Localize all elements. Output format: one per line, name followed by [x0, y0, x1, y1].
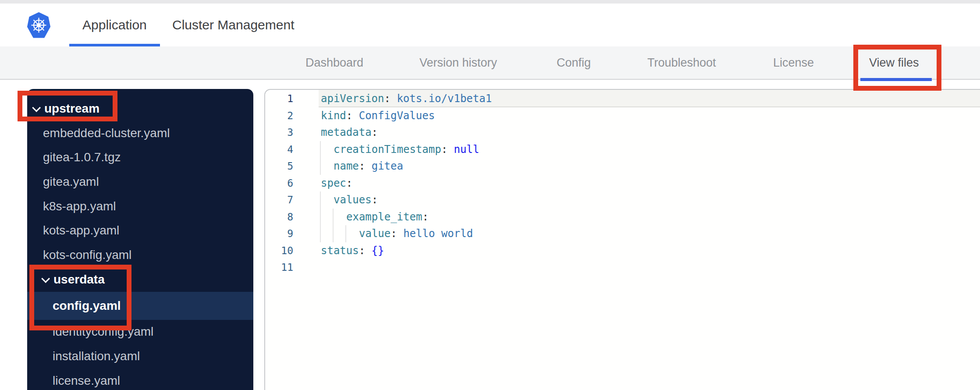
sidebar-item-upstream[interactable]: upstream [27, 96, 253, 121]
token-punc: : [346, 110, 359, 122]
token-punc: : [359, 160, 372, 172]
code-text: name: gitea [321, 158, 403, 175]
code-line-6: 6spec: [265, 175, 980, 192]
tab-cluster-management[interactable]: Cluster Management [172, 4, 294, 46]
file-content-editor[interactable]: 1apiVersion: kots.io/v1beta12kind: Confi… [264, 89, 980, 390]
code-text: values: [321, 191, 378, 209]
sidebar-item-installation-yaml[interactable]: installation.yaml [27, 344, 253, 369]
code-text: apiVersion: kots.io/v1beta1 [321, 90, 492, 107]
token-key: metadata [321, 126, 372, 138]
token-key: value [359, 227, 391, 240]
token-key: values [334, 194, 372, 206]
file-label: identityconfig.yaml [53, 325, 153, 339]
code-text: metadata: [321, 124, 378, 141]
yaml-code-view: 1apiVersion: kots.io/v1beta12kind: Confi… [265, 90, 980, 390]
sidebar-item-gitea-1-0-7-tgz[interactable]: gitea-1.0.7.tgz [27, 145, 253, 170]
kubernetes-logo-icon [27, 12, 50, 39]
line-number: 10 [265, 242, 293, 259]
line-number: 8 [265, 209, 293, 226]
token-key: spec [321, 177, 346, 189]
view-files-active-underline [860, 78, 932, 81]
sidebar-item-config-yaml[interactable]: config.yaml [27, 292, 253, 320]
folder-label: upstream [44, 102, 99, 116]
file-label: embedded-cluster.yaml [43, 126, 170, 140]
token-key: status [321, 245, 359, 257]
token-val: kots.io/v1beta1 [397, 92, 492, 105]
token-punc: : [422, 211, 428, 223]
tab-dashboard[interactable]: Dashboard [305, 46, 363, 79]
token-key: example_item [346, 211, 422, 223]
line-number: 3 [265, 124, 293, 141]
token-key: apiVersion [321, 92, 384, 105]
file-label: kots-config.yaml [43, 248, 131, 262]
token-punc: : [384, 92, 397, 105]
token-val: gitea [372, 160, 403, 172]
file-label: kots-app.yaml [43, 223, 119, 238]
code-text: value: hello world [321, 225, 473, 242]
token-punc: : [359, 245, 372, 257]
code-line-2: 2kind: ConfigValues [265, 107, 980, 124]
code-text: spec: [321, 175, 352, 192]
token-punc: : [346, 177, 352, 189]
browser-chrome-strip [0, 0, 980, 4]
token-punc: : [441, 143, 454, 156]
sidebar-item-license-yaml[interactable]: license.yaml [27, 369, 253, 390]
token-key: kind [321, 110, 346, 122]
line-number: 5 [265, 158, 293, 175]
file-label: installation.yaml [53, 349, 140, 363]
token-punc: : [391, 227, 403, 240]
tab-version-history[interactable]: Version history [419, 46, 497, 79]
line-number: 7 [265, 191, 293, 209]
file-label: gitea-1.0.7.tgz [43, 150, 121, 164]
sidebar-item-k8s-app-yaml[interactable]: k8s-app.yaml [27, 194, 253, 219]
line-number: 2 [265, 107, 293, 124]
file-label: config.yaml [53, 299, 121, 313]
token-kw: {} [372, 245, 384, 257]
tab-license[interactable]: License [773, 46, 814, 79]
sidebar-item-userdata[interactable]: userdata [27, 267, 253, 292]
code-line-5: 5name: gitea [265, 158, 980, 175]
code-line-7: 7values: [265, 191, 980, 209]
token-val: hello world [403, 227, 473, 240]
token-punc: : [372, 194, 378, 206]
app-header: Application Cluster Management [0, 4, 980, 47]
sidebar-item-kots-config-yaml[interactable]: kots-config.yaml [27, 243, 253, 267]
sidebar-item-embedded-cluster-yaml[interactable]: embedded-cluster.yaml [27, 121, 253, 145]
code-line-3: 3metadata: [265, 124, 980, 141]
file-label: k8s-app.yaml [43, 199, 116, 213]
code-line-4: 4creationTimestamp: null [265, 141, 980, 158]
file-label: gitea.yaml [43, 175, 99, 189]
chevron-down-icon [32, 103, 41, 112]
sidebar-item-kots-app-yaml[interactable]: kots-app.yaml [27, 218, 253, 243]
line-number: 11 [265, 259, 293, 276]
folder-label: userdata [53, 273, 105, 287]
token-kw: null [454, 143, 479, 156]
tab-config[interactable]: Config [557, 46, 591, 79]
tab-view-files[interactable]: View files [869, 46, 919, 79]
line-number: 4 [265, 141, 293, 158]
line-number: 9 [265, 225, 293, 242]
file-label: license.yaml [53, 374, 120, 388]
app-subnav: Dashboard Version history Config Trouble… [0, 46, 980, 80]
token-punc: : [372, 126, 378, 138]
code-text: creationTimestamp: null [321, 141, 479, 158]
code-text: kind: ConfigValues [321, 107, 435, 124]
token-key: creationTimestamp [334, 143, 441, 156]
tab-application[interactable]: Application [82, 4, 147, 46]
chevron-down-icon [41, 274, 50, 283]
tab-troubleshoot[interactable]: Troubleshoot [647, 46, 716, 79]
token-key: name [334, 160, 359, 172]
code-line-8: 8example_item: [265, 209, 980, 226]
sidebar-item-gitea-yaml[interactable]: gitea.yaml [27, 170, 253, 194]
code-line-10: 10status: {} [265, 242, 980, 259]
code-text: example_item: [321, 209, 429, 226]
code-text: status: {} [321, 242, 384, 259]
code-line-9: 9value: hello world [265, 225, 980, 242]
line-number: 6 [265, 175, 293, 192]
file-tree-sidebar: upstreamembedded-cluster.yamlgitea-1.0.7… [27, 89, 253, 390]
sidebar-item-identityconfig-yaml[interactable]: identityconfig.yaml [27, 320, 253, 344]
code-line-1: 1apiVersion: kots.io/v1beta1 [265, 90, 980, 107]
line-number: 1 [265, 90, 293, 107]
token-val: ConfigValues [359, 110, 435, 122]
code-line-11: 11 [265, 259, 980, 276]
